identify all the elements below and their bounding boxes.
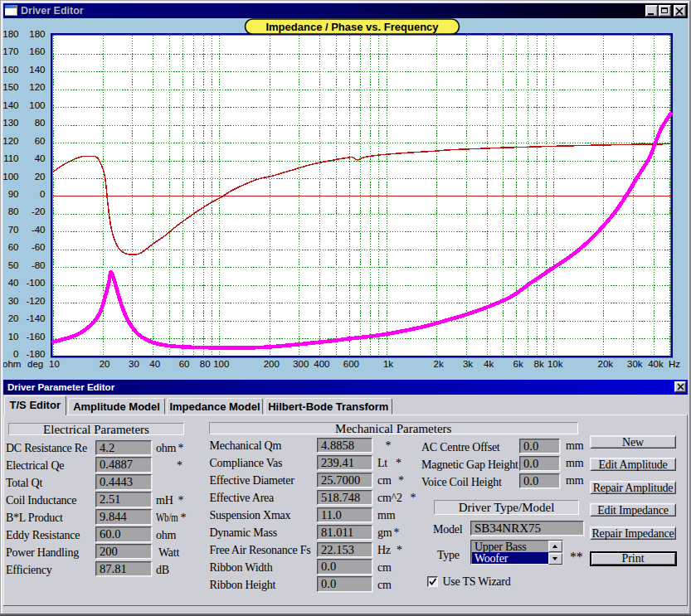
svg-text:10: 10 bbox=[49, 359, 60, 369]
svg-text:30: 30 bbox=[129, 359, 139, 369]
svg-text:-80: -80 bbox=[32, 260, 46, 270]
svg-text:160: 160 bbox=[3, 65, 19, 75]
svg-text:40: 40 bbox=[8, 278, 19, 288]
svg-text:-40: -40 bbox=[32, 225, 46, 235]
svg-text:0: 0 bbox=[13, 349, 18, 359]
svg-text:90: 90 bbox=[8, 189, 19, 199]
svg-text:80: 80 bbox=[8, 206, 19, 216]
svg-text:40: 40 bbox=[35, 153, 46, 163]
svg-text:200: 200 bbox=[264, 359, 280, 369]
svg-text:30k: 30k bbox=[627, 359, 643, 369]
svg-text:20: 20 bbox=[8, 313, 19, 323]
svg-text:130: 130 bbox=[3, 118, 19, 128]
svg-text:20k: 20k bbox=[598, 359, 614, 369]
svg-text:80: 80 bbox=[200, 359, 211, 369]
svg-text:Impedance / Phase vs. Frequenc: Impedance / Phase vs. Frequency bbox=[265, 21, 439, 33]
svg-text:170: 170 bbox=[3, 46, 19, 56]
svg-text:0: 0 bbox=[40, 189, 45, 199]
svg-text:10: 10 bbox=[8, 332, 19, 342]
svg-text:8k: 8k bbox=[534, 359, 544, 369]
svg-text:Hz: Hz bbox=[669, 359, 680, 369]
svg-text:-160: -160 bbox=[26, 332, 45, 342]
svg-text:300: 300 bbox=[293, 359, 309, 369]
svg-text:30: 30 bbox=[8, 296, 19, 306]
svg-text:140: 140 bbox=[29, 65, 45, 75]
svg-text:20: 20 bbox=[35, 172, 46, 182]
svg-text:20: 20 bbox=[100, 359, 110, 369]
svg-text:400: 400 bbox=[314, 359, 329, 369]
svg-text:40: 40 bbox=[149, 359, 160, 369]
svg-text:ohm: ohm bbox=[3, 359, 21, 369]
svg-text:50: 50 bbox=[8, 260, 19, 270]
svg-text:1k: 1k bbox=[383, 359, 393, 369]
svg-text:deg: deg bbox=[27, 359, 43, 369]
svg-text:180: 180 bbox=[29, 29, 45, 39]
svg-text:-100: -100 bbox=[26, 278, 45, 288]
svg-text:3k: 3k bbox=[463, 359, 473, 369]
svg-text:10k: 10k bbox=[547, 359, 563, 369]
svg-text:6k: 6k bbox=[513, 359, 523, 369]
svg-text:80: 80 bbox=[35, 118, 46, 128]
svg-text:-60: -60 bbox=[32, 242, 46, 252]
svg-text:60: 60 bbox=[35, 136, 46, 146]
svg-text:60: 60 bbox=[8, 242, 19, 252]
svg-text:600: 600 bbox=[343, 359, 359, 369]
svg-text:4k: 4k bbox=[484, 359, 494, 369]
svg-text:180: 180 bbox=[3, 29, 19, 39]
svg-text:100: 100 bbox=[213, 359, 229, 369]
svg-text:140: 140 bbox=[3, 100, 19, 110]
svg-text:120: 120 bbox=[29, 82, 45, 92]
svg-text:-140: -140 bbox=[26, 313, 45, 323]
svg-text:100: 100 bbox=[3, 172, 19, 182]
svg-text:100: 100 bbox=[29, 100, 45, 110]
svg-text:110: 110 bbox=[3, 153, 18, 163]
svg-text:60: 60 bbox=[179, 359, 190, 369]
svg-text:160: 160 bbox=[29, 46, 45, 56]
svg-text:-180: -180 bbox=[26, 349, 45, 359]
svg-text:-20: -20 bbox=[32, 206, 46, 216]
svg-text:40k: 40k bbox=[648, 359, 664, 369]
svg-text:120: 120 bbox=[3, 136, 19, 146]
svg-text:70: 70 bbox=[8, 225, 19, 235]
svg-text:2k: 2k bbox=[434, 359, 444, 369]
svg-text:-120: -120 bbox=[26, 296, 45, 306]
svg-text:150: 150 bbox=[3, 82, 19, 92]
